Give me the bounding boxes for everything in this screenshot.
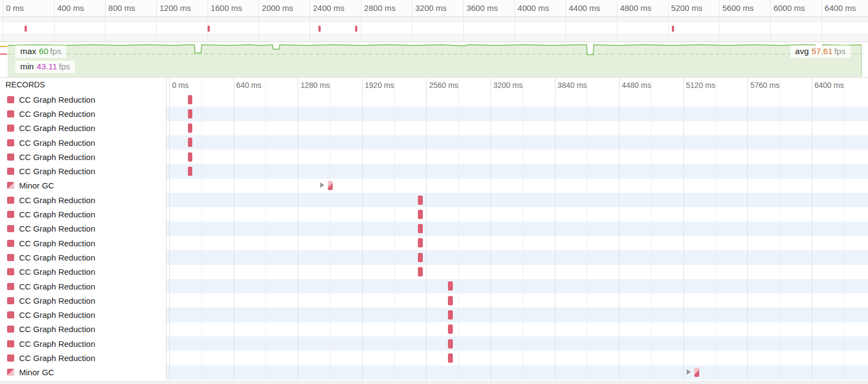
record-row-label[interactable]: CC Graph Reduction [0, 150, 166, 164]
record-marker[interactable] [188, 152, 193, 162]
record-row-track[interactable] [167, 265, 868, 279]
ruler-gridline [515, 0, 515, 16]
record-marker[interactable] [188, 138, 193, 147]
record-row-label[interactable]: CC Graph Reduction [0, 107, 166, 121]
overview-event-marker[interactable] [355, 26, 357, 32]
record-row-track[interactable] [167, 236, 868, 250]
ruler-tick-label: 4000 ms [518, 3, 550, 13]
record-row-label[interactable]: CC Graph Reduction [0, 279, 166, 293]
record-row-label[interactable]: Minor GC [0, 179, 166, 193]
record-marker[interactable] [418, 238, 423, 247]
overview-event-marker[interactable] [672, 26, 674, 32]
overview-gridline [668, 17, 669, 42]
record-row-label[interactable]: CC Graph Reduction [0, 193, 166, 207]
cc-graph-reduction-icon [7, 254, 14, 261]
overview-gridline [258, 17, 259, 42]
overview-event-marker[interactable] [208, 26, 210, 32]
record-marker[interactable] [418, 224, 423, 233]
record-row-label[interactable]: CC Graph Reduction [0, 293, 166, 308]
ruler-gridline [565, 0, 566, 16]
record-label: CC Graph Reduction [19, 210, 95, 219]
framerate-graph [0, 42, 868, 77]
record-row-track[interactable] [167, 308, 868, 322]
waterfall-pane[interactable]: 0 ms640 ms1280 ms1920 ms2560 ms3200 ms38… [167, 78, 868, 384]
record-row-label[interactable]: CC Graph Reduction [0, 308, 166, 322]
record-row-track[interactable] [167, 336, 868, 351]
gridline [394, 78, 395, 384]
record-row-label[interactable]: CC Graph Reduction [0, 92, 166, 107]
record-marker[interactable] [418, 253, 423, 262]
record-row-label[interactable]: CC Graph Reduction [0, 336, 166, 351]
cc-graph-reduction-icon [7, 297, 14, 304]
record-marker[interactable] [448, 296, 453, 305]
record-row-track[interactable] [167, 135, 868, 150]
expand-arrow-icon[interactable] [320, 182, 324, 188]
record-row-label[interactable]: CC Graph Reduction [0, 236, 166, 250]
record-marker[interactable] [418, 210, 423, 219]
ruler-tick-label: 2000 ms [262, 3, 293, 13]
record-row-label[interactable]: CC Graph Reduction [0, 265, 166, 279]
record-row-track[interactable] [167, 179, 868, 193]
overview-event-marker[interactable] [318, 26, 321, 32]
record-row-label[interactable]: Minor GC [0, 365, 166, 380]
record-row-track[interactable] [167, 293, 868, 308]
record-marker[interactable] [418, 267, 423, 276]
record-row-label[interactable]: CC Graph Reduction [0, 135, 166, 150]
gridline [330, 78, 330, 384]
record-marker[interactable] [694, 368, 699, 377]
overview-event-marker[interactable] [25, 26, 27, 32]
record-row-track[interactable] [167, 92, 868, 107]
waterfall-time-label: 3200 ms [493, 81, 523, 90]
record-marker[interactable] [188, 167, 193, 176]
framerate-chart[interactable]: max60fps min43.11fps avg57.61fps [0, 42, 868, 78]
expand-arrow-icon[interactable] [687, 369, 691, 375]
overview-gridline [565, 17, 566, 42]
record-row-track[interactable] [167, 279, 868, 293]
record-row-track[interactable] [167, 107, 868, 121]
overview-gridline [54, 17, 55, 42]
record-marker[interactable] [448, 281, 453, 291]
record-marker[interactable] [448, 353, 453, 363]
record-marker[interactable] [188, 123, 193, 133]
horizontal-scrollbar-track[interactable] [0, 381, 868, 384]
record-row-label[interactable]: CC Graph Reduction [0, 351, 166, 365]
record-row-label[interactable]: CC Graph Reduction [0, 222, 166, 236]
fps-avg-value: 57.61 [812, 46, 833, 56]
record-label: CC Graph Reduction [19, 239, 95, 248]
waterfall-time-label: 1280 ms [300, 81, 330, 90]
gridline [812, 78, 812, 384]
record-row-track[interactable] [167, 121, 868, 135]
record-row-label[interactable]: CC Graph Reduction [0, 121, 166, 135]
record-row-track[interactable] [167, 222, 868, 236]
record-marker[interactable] [448, 339, 453, 348]
record-row-track[interactable] [167, 322, 868, 336]
ruler-tick-label: 4400 ms [569, 3, 600, 13]
record-marker[interactable] [188, 95, 193, 104]
record-marker[interactable] [448, 310, 453, 320]
gridline [169, 78, 170, 384]
timeline-overview[interactable] [0, 17, 868, 42]
timeline-ruler[interactable]: 0 ms400 ms800 ms1200 ms1600 ms2000 ms240… [0, 0, 868, 17]
record-row-track[interactable] [167, 351, 868, 365]
gridline [587, 78, 587, 384]
record-row-track[interactable] [167, 193, 868, 207]
record-label: Minor GC [19, 368, 54, 377]
record-marker[interactable] [188, 109, 193, 119]
record-row-label[interactable]: CC Graph Reduction [0, 250, 166, 264]
cc-graph-reduction-icon [7, 197, 14, 204]
record-marker[interactable] [448, 324, 453, 334]
record-row-track[interactable] [167, 150, 868, 164]
record-row-track[interactable] [167, 164, 868, 178]
ruler-gridline [208, 0, 208, 16]
record-row-label[interactable]: CC Graph Reduction [0, 207, 166, 221]
overview-gridline [770, 17, 771, 42]
gridline [651, 78, 652, 384]
record-row-label[interactable]: CC Graph Reduction [0, 164, 166, 178]
record-row-track[interactable] [167, 365, 868, 380]
record-marker[interactable] [418, 196, 423, 205]
record-marker[interactable] [328, 181, 333, 190]
ruler-tick-label: 2800 ms [364, 3, 396, 13]
record-row-track[interactable] [167, 207, 868, 221]
record-row-label[interactable]: CC Graph Reduction [0, 322, 166, 336]
record-row-track[interactable] [167, 250, 868, 264]
